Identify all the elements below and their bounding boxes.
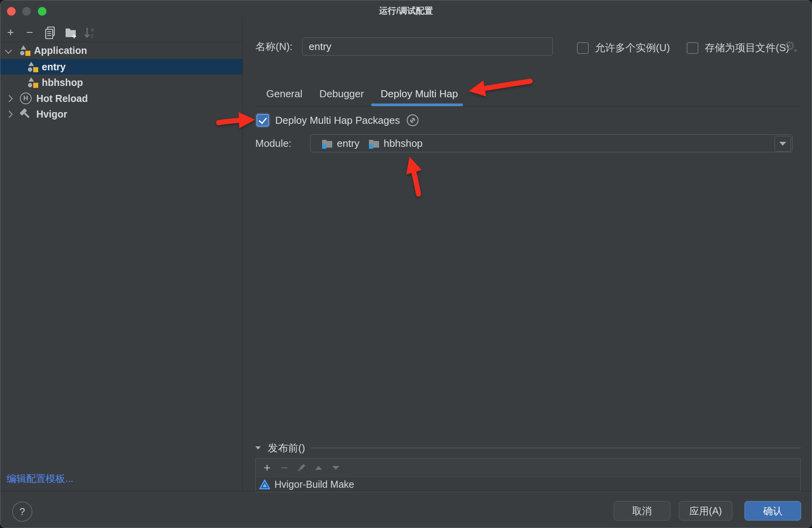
tree-item-hvigor[interactable]: Hvigor — [0, 106, 242, 122]
hvigor-hammer-icon — [19, 108, 32, 120]
name-input[interactable] — [302, 37, 553, 55]
chevron-right-icon[interactable] — [5, 95, 12, 102]
copy-configuration-button[interactable] — [44, 26, 57, 39]
plus-icon: + — [264, 461, 271, 474]
tree-item-label: Hvigor — [36, 106, 67, 122]
sort-az-icon: az — [84, 27, 96, 39]
tree-item-hot-reload[interactable]: H Hot Reload — [0, 91, 242, 106]
section-collapse-icon[interactable] — [255, 446, 261, 450]
store-as-project-file-checkbox[interactable] — [687, 42, 698, 54]
move-task-down-button[interactable] — [330, 462, 342, 474]
tree-item-label: Hot Reload — [36, 91, 88, 106]
move-task-up-button[interactable] — [313, 462, 324, 474]
new-folder-icon — [65, 27, 77, 39]
arrow-to-deploy-tab — [474, 81, 530, 90]
store-options-gear-button[interactable]: ⚙ — [784, 40, 798, 52]
tree-item-label: Application — [34, 43, 87, 58]
allow-multiple-instances-label: 允许多个实例(U) — [595, 41, 670, 55]
tree-item-entry[interactable]: entry — [0, 59, 242, 75]
sidebar-toolbar-divider — [0, 42, 242, 42]
before-launch-title: 发布前() — [268, 441, 305, 455]
application-icon — [28, 61, 39, 73]
plus-icon: + — [7, 26, 14, 39]
before-launch-section-header[interactable]: 发布前() — [255, 442, 801, 454]
triangle-up-icon — [315, 466, 322, 470]
gear-dropdown-arrow-icon — [794, 50, 798, 52]
module-folder-icon — [321, 137, 333, 149]
sidebar-divider — [242, 18, 243, 490]
module-item-hbhshop: hbhshop — [368, 137, 423, 150]
name-label: 名称(N): — [255, 37, 292, 55]
hvigor-build-icon — [259, 479, 271, 491]
section-header-line — [311, 448, 801, 448]
tree-item-hbhshop[interactable]: hbhshop — [0, 75, 242, 90]
checkmark-icon — [258, 115, 267, 124]
edit-configuration-templates-link[interactable]: 编辑配置模板... — [7, 472, 73, 485]
before-launch-toolbar: + − — [256, 458, 800, 477]
module-label: Module: — [255, 134, 292, 152]
active-tab-underline — [371, 103, 463, 106]
application-icon — [28, 77, 39, 88]
minus-icon: − — [26, 26, 33, 39]
tab-debugger[interactable]: Debugger — [319, 82, 364, 106]
application-icon — [20, 45, 31, 56]
close-traffic-light[interactable] — [7, 7, 16, 16]
apply-button[interactable]: 应用(A) — [679, 501, 732, 521]
svg-text:z: z — [91, 33, 93, 39]
cancel-button[interactable]: 取消 — [614, 501, 670, 521]
before-launch-panel: + − Hvigor-Build Make — [255, 458, 801, 492]
arrow-to-hbhshop-module — [411, 162, 418, 194]
tab-general[interactable]: General — [266, 82, 303, 106]
hot-reload-letter: H — [23, 91, 28, 106]
minus-icon: − — [281, 461, 288, 474]
hot-reload-icon: H — [20, 93, 32, 104]
footer-divider — [0, 491, 812, 491]
new-folder-button[interactable] — [64, 26, 78, 39]
module-dropdown-button[interactable] — [775, 136, 791, 152]
question-mark-icon: ? — [20, 506, 25, 517]
module-item-label: entry — [337, 137, 360, 150]
task-label: Hvigor-Build Make — [274, 479, 354, 490]
remove-configuration-button[interactable]: − — [23, 26, 36, 39]
module-combobox[interactable]: entry hbhshop — [310, 134, 792, 152]
store-as-project-file-label: 存储为项目文件(S) — [705, 41, 789, 55]
allow-multiple-instances-option[interactable]: 允许多个实例(U) — [577, 41, 670, 55]
chevron-right-icon[interactable] — [5, 111, 12, 118]
tab-deploy-multi-hap[interactable]: Deploy Multi Hap — [381, 82, 458, 106]
help-button[interactable]: ? — [12, 501, 32, 522]
chevron-down-icon[interactable] — [5, 46, 12, 54]
triangle-down-icon — [332, 466, 339, 470]
deploy-multi-hap-packages-checkbox[interactable] — [256, 114, 269, 127]
before-launch-task-row[interactable]: Hvigor-Build Make — [256, 477, 800, 492]
module-folder-icon — [368, 137, 380, 149]
remove-task-button[interactable]: − — [278, 462, 290, 474]
edit-task-button[interactable] — [296, 462, 307, 474]
help-link-icon[interactable] — [406, 114, 419, 127]
tree-item-label: hbhshop — [42, 75, 83, 90]
run-debug-config-dialog: 运行/调试配置 + − az Application entry hbhshop… — [0, 0, 812, 528]
copy-icon — [45, 27, 56, 39]
tab-bar-divider — [255, 106, 801, 107]
svg-text:a: a — [91, 27, 94, 32]
module-item-label: hbhshop — [384, 137, 423, 150]
add-task-button[interactable]: + — [261, 462, 273, 474]
chevron-down-icon — [779, 142, 786, 146]
confirm-button[interactable]: 确认 — [744, 501, 801, 521]
minimize-traffic-light[interactable] — [22, 7, 31, 16]
zoom-traffic-light[interactable] — [38, 7, 46, 16]
tree-item-label: entry — [42, 59, 66, 75]
sort-configurations-button[interactable]: az — [83, 26, 96, 39]
store-as-project-file-option[interactable]: 存储为项目文件(S) — [687, 41, 789, 55]
deploy-multi-hap-packages-label: Deploy Multi Hap Packages — [275, 114, 400, 127]
tree-item-application[interactable]: Application — [0, 43, 242, 58]
allow-multiple-instances-checkbox[interactable] — [577, 42, 589, 54]
pencil-icon — [296, 463, 306, 473]
module-item-entry: entry — [321, 137, 360, 150]
dialog-title: 运行/调试配置 — [0, 0, 812, 21]
deploy-multi-hap-packages-option[interactable]: Deploy Multi Hap Packages — [256, 114, 419, 127]
add-configuration-button[interactable]: + — [4, 26, 17, 39]
